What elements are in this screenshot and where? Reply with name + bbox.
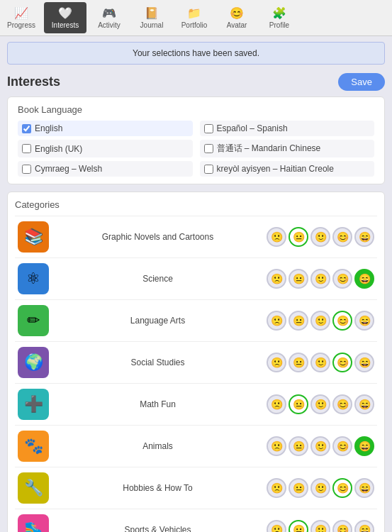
nav-bar: 📈 Progress 🤍 Interests 🎮 Activity 📔 Jour… bbox=[0, 0, 392, 36]
face-5[interactable]: 😄 bbox=[354, 394, 374, 414]
animals-label: Animals bbox=[55, 441, 261, 451]
lang-english-uk-checkbox[interactable] bbox=[22, 144, 31, 153]
save-button[interactable]: Save bbox=[338, 73, 385, 91]
activity-icon: 🎮 bbox=[102, 6, 116, 20]
lang-haitian-checkbox[interactable] bbox=[204, 165, 213, 174]
avatar-icon: 😊 bbox=[230, 6, 244, 20]
sports-rating: 🙁 😐 🙂 😊 😄 bbox=[267, 520, 374, 532]
social-studies-label: Social Studies bbox=[55, 358, 261, 367]
sports-label: Sports & Vehicles bbox=[55, 525, 261, 532]
graphic-novels-rating: 🙁 😐 🙂 😊 😄 bbox=[267, 227, 374, 247]
face-3[interactable]: 🙂 bbox=[310, 227, 330, 247]
face-2[interactable]: 😐 bbox=[289, 353, 308, 372]
categories-title: Categories bbox=[15, 199, 377, 210]
lang-english-uk[interactable]: English (UK) bbox=[18, 140, 193, 157]
nav-profile[interactable]: 🧩 Profile bbox=[258, 0, 301, 35]
lang-welsh-label: Cymraeg – Welsh bbox=[35, 164, 102, 174]
science-rating: 🙁 😐 🙂 😊 😄 bbox=[267, 269, 374, 289]
journal-icon: 📔 bbox=[145, 6, 159, 20]
lang-spanish-label: Español – Spanish bbox=[217, 123, 288, 133]
social-studies-icon: 🌍 bbox=[18, 347, 49, 378]
animals-rating: 🙁 😐 🙂 😊 😄 bbox=[267, 436, 374, 456]
science-label: Science bbox=[55, 274, 261, 284]
face-1[interactable]: 🙁 bbox=[267, 227, 286, 247]
list-item: ⚛ Science 🙁 😐 🙂 😊 😄 bbox=[15, 257, 377, 299]
face-2[interactable]: 😐 bbox=[289, 311, 308, 331]
face-4[interactable]: 😊 bbox=[332, 227, 352, 247]
face-1[interactable]: 🙁 bbox=[267, 394, 286, 414]
face-3[interactable]: 🙂 bbox=[310, 311, 330, 331]
face-4[interactable]: 😊 bbox=[332, 478, 352, 498]
face-4[interactable]: 😊 bbox=[332, 436, 352, 456]
language-arts-icon: ✏ bbox=[18, 305, 49, 336]
lang-mandarin-checkbox[interactable] bbox=[204, 144, 213, 153]
face-1[interactable]: 🙁 bbox=[267, 478, 286, 498]
face-2[interactable]: 😐 bbox=[289, 227, 308, 247]
face-5[interactable]: 😄 bbox=[354, 227, 374, 247]
list-item: ➕ Math Fun 🙁 😐 🙂 😊 😄 bbox=[15, 383, 377, 425]
face-1[interactable]: 🙁 bbox=[267, 436, 286, 456]
profile-icon: 🧩 bbox=[272, 6, 286, 20]
face-3[interactable]: 🙂 bbox=[310, 269, 330, 289]
face-5[interactable]: 😄 bbox=[354, 311, 374, 331]
face-5[interactable]: 😄 bbox=[354, 520, 374, 532]
face-2[interactable]: 😐 bbox=[289, 269, 308, 289]
lang-mandarin-label: 普通话 – Mandarin Chinese bbox=[217, 143, 321, 155]
face-1[interactable]: 🙁 bbox=[267, 311, 286, 331]
nav-portfolio-label: Portfolio bbox=[181, 21, 208, 29]
nav-activity-label: Activity bbox=[98, 21, 121, 29]
face-1[interactable]: 🙁 bbox=[267, 269, 286, 289]
lang-english-label: English bbox=[35, 123, 62, 133]
nav-avatar[interactable]: 😊 Avatar bbox=[215, 0, 258, 35]
face-3[interactable]: 🙂 bbox=[310, 478, 330, 498]
face-5[interactable]: 😄 bbox=[354, 436, 374, 456]
face-4[interactable]: 😊 bbox=[332, 311, 352, 331]
book-language-section: Book Language English Español – Spanish … bbox=[7, 96, 385, 184]
lang-spanish[interactable]: Español – Spanish bbox=[200, 121, 375, 136]
face-3[interactable]: 🙂 bbox=[310, 353, 330, 372]
face-4[interactable]: 😊 bbox=[332, 353, 352, 372]
language-grid: English Español – Spanish English (UK) 普… bbox=[18, 121, 374, 177]
lang-spanish-checkbox[interactable] bbox=[204, 124, 213, 133]
categories-section: Categories 📚 Graphic Novels and Cartoons… bbox=[7, 192, 385, 532]
lang-english[interactable]: English bbox=[18, 121, 193, 136]
face-4[interactable]: 😊 bbox=[332, 520, 352, 532]
nav-interests-label: Interests bbox=[52, 21, 79, 29]
nav-portfolio[interactable]: 📁 Portfolio bbox=[173, 0, 215, 35]
face-2[interactable]: 😐 bbox=[289, 520, 308, 532]
nav-progress[interactable]: 📈 Progress bbox=[0, 0, 43, 35]
face-2[interactable]: 😐 bbox=[289, 436, 308, 456]
lang-haitian[interactable]: kreyòl ayisyen – Haitian Creole bbox=[200, 161, 375, 177]
nav-journal[interactable]: 📔 Journal bbox=[130, 0, 173, 35]
lang-mandarin[interactable]: 普通话 – Mandarin Chinese bbox=[200, 140, 375, 157]
list-item: 🔧 Hobbies & How To 🙁 😐 🙂 😊 😄 bbox=[15, 467, 377, 509]
hobbies-icon: 🔧 bbox=[18, 472, 49, 504]
face-3[interactable]: 🙂 bbox=[310, 394, 330, 414]
face-5[interactable]: 😄 bbox=[354, 478, 374, 498]
list-item: 🌍 Social Studies 🙁 😐 🙂 😊 😄 bbox=[15, 341, 377, 383]
face-5[interactable]: 😄 bbox=[354, 269, 374, 289]
face-4[interactable]: 😊 bbox=[332, 269, 352, 289]
lang-welsh-checkbox[interactable] bbox=[22, 165, 31, 174]
lang-english-checkbox[interactable] bbox=[22, 124, 31, 133]
face-1[interactable]: 🙁 bbox=[267, 520, 286, 532]
lang-english-uk-label: English (UK) bbox=[35, 144, 82, 154]
nav-activity[interactable]: 🎮 Activity bbox=[88, 0, 130, 35]
science-icon: ⚛ bbox=[18, 263, 49, 294]
list-item: 📚 Graphic Novels and Cartoons 🙁 😐 🙂 😊 😄 bbox=[15, 216, 377, 257]
face-5[interactable]: 😄 bbox=[354, 353, 374, 372]
lang-welsh[interactable]: Cymraeg – Welsh bbox=[18, 161, 193, 177]
face-2[interactable]: 😐 bbox=[289, 394, 308, 414]
math-fun-label: Math Fun bbox=[55, 399, 261, 409]
face-2[interactable]: 😐 bbox=[289, 478, 308, 498]
portfolio-icon: 📁 bbox=[187, 6, 201, 20]
hobbies-rating: 🙁 😐 🙂 😊 😄 bbox=[267, 478, 374, 498]
nav-interests[interactable]: 🤍 Interests bbox=[44, 2, 86, 33]
sports-icon: 🛼 bbox=[18, 514, 49, 532]
page-title: Interests bbox=[7, 74, 60, 89]
face-3[interactable]: 🙂 bbox=[310, 436, 330, 456]
face-4[interactable]: 😊 bbox=[332, 394, 352, 414]
face-3[interactable]: 🙂 bbox=[310, 520, 330, 532]
animals-icon: 🐾 bbox=[18, 431, 49, 462]
face-1[interactable]: 🙁 bbox=[267, 353, 286, 372]
